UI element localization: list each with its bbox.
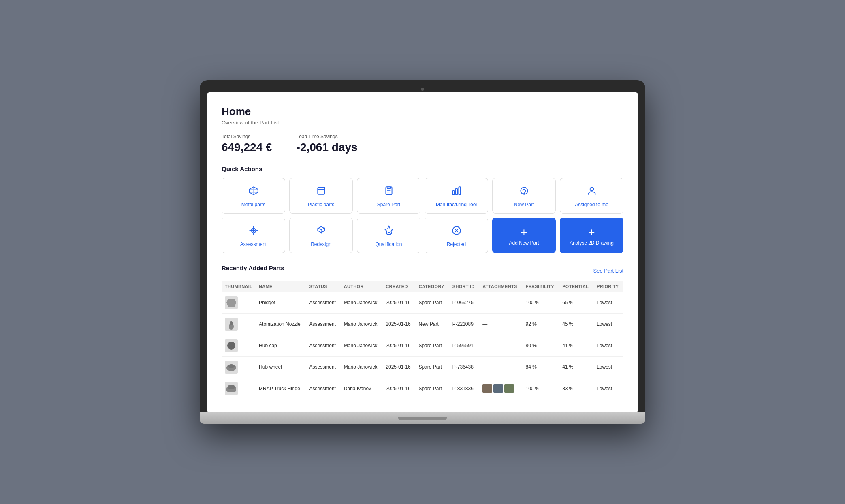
action-qualification[interactable]: Qualification	[357, 218, 420, 253]
svg-point-10	[590, 187, 593, 191]
svg-rect-5	[452, 191, 454, 195]
cell-category: Spare Part	[415, 357, 449, 378]
cell-feasibility: 84 %	[522, 357, 559, 378]
manufacturing-tool-icon	[451, 186, 462, 199]
cell-category: Spare Part	[415, 378, 449, 399]
cell-status: Assessment	[306, 378, 341, 399]
table-row[interactable]: Hub capAssessmentMario Janowick2025-01-1…	[222, 335, 623, 357]
spare-part-icon	[384, 186, 394, 199]
total-savings-block: Total Savings 649,224 €	[222, 134, 272, 154]
cell-short-id: P-831836	[449, 378, 479, 399]
rejected-icon	[451, 225, 462, 238]
col-thumbnail: THUMBNAIL	[222, 281, 256, 292]
lead-time-block: Lead Time Savings -2,061 days	[297, 134, 358, 154]
action-assessment[interactable]: Assessment	[222, 218, 285, 253]
recently-added-title: Recently Added Parts	[222, 265, 284, 271]
svg-rect-7	[459, 187, 460, 195]
quick-actions-row2: Assessment Redesign	[222, 218, 623, 253]
recently-added-header: Recently Added Parts See Part List	[222, 265, 623, 277]
cell-attachments: —	[479, 357, 522, 378]
svg-point-16	[230, 321, 233, 325]
action-spare-part[interactable]: Spare Part	[357, 178, 420, 214]
cell-name: MRAP Truck Hinge	[256, 378, 306, 399]
cell-status: Assessment	[306, 357, 341, 378]
cell-potential: 41 %	[559, 357, 593, 378]
add-new-part-button[interactable]: + Add New Part	[492, 218, 556, 253]
analyse-2d-label: Analyse 2D Drawing	[570, 240, 614, 246]
cell-status: Assessment	[306, 314, 341, 335]
table-row[interactable]: Hub wheelAssessmentMario Janowick2025-01…	[222, 357, 623, 378]
cell-feasibility: 80 %	[522, 335, 559, 357]
svg-point-12	[252, 230, 254, 231]
action-new-part[interactable]: New Part	[492, 178, 556, 214]
assessment-icon	[248, 225, 259, 238]
cell-priority: Lowest	[593, 335, 623, 357]
cell-feasibility: 100 %	[522, 378, 559, 399]
action-plastic-parts[interactable]: Plastic parts	[289, 178, 353, 214]
parts-table: THUMBNAIL NAME STATUS AUTHOR CREATED CAT…	[222, 281, 623, 399]
qualification-label: Qualification	[375, 241, 402, 247]
cell-priority: Lowest	[593, 378, 623, 399]
metal-parts-icon	[248, 186, 259, 199]
cell-feasibility: 92 %	[522, 314, 559, 335]
redesign-label: Redesign	[311, 241, 331, 247]
cell-attachments: —	[479, 292, 522, 314]
cell-potential: 65 %	[559, 292, 593, 314]
svg-point-9	[524, 193, 525, 194]
lead-time-label: Lead Time Savings	[297, 134, 358, 139]
action-manufacturing-tool[interactable]: Manufacturing Tool	[425, 178, 488, 214]
stats-row: Total Savings 649,224 € Lead Time Saving…	[222, 134, 623, 154]
svg-marker-14	[226, 299, 236, 307]
table-header-row: THUMBNAIL NAME STATUS AUTHOR CREATED CAT…	[222, 281, 623, 292]
cell-potential: 83 %	[559, 378, 593, 399]
table-row[interactable]: PhidgetAssessmentMario Janowick2025-01-1…	[222, 292, 623, 314]
see-part-list-link[interactable]: See Part List	[593, 268, 623, 274]
cell-created: 2025-01-16	[382, 335, 415, 357]
assigned-to-me-label: Assigned to me	[575, 202, 608, 207]
cell-author: Daria Ivanov	[341, 378, 382, 399]
action-rejected[interactable]: Rejected	[425, 218, 488, 253]
page-subtitle: Overview of the Part List	[222, 120, 623, 126]
cell-priority: Lowest	[593, 292, 623, 314]
cell-name: Hub cap	[256, 335, 306, 357]
cell-author: Mario Janowick	[341, 314, 382, 335]
total-savings-value: 649,224 €	[222, 141, 272, 154]
metal-parts-label: Metal parts	[241, 202, 265, 207]
svg-rect-0	[318, 187, 324, 194]
rejected-label: Rejected	[447, 241, 466, 247]
cell-thumbnail	[222, 357, 256, 378]
action-redesign[interactable]: Redesign	[289, 218, 353, 253]
cell-created: 2025-01-16	[382, 314, 415, 335]
col-category: CATEGORY	[415, 281, 449, 292]
cell-thumbnail	[222, 335, 256, 357]
qualification-icon	[384, 225, 394, 238]
action-assigned-to-me[interactable]: Assigned to me	[560, 178, 623, 214]
analyse-2d-drawing-button[interactable]: + Analyse 2D Drawing	[560, 218, 623, 253]
cell-status: Assessment	[306, 335, 341, 357]
cell-created: 2025-01-16	[382, 378, 415, 399]
col-short-id: SHORT ID	[449, 281, 479, 292]
add-new-part-plus-icon: +	[521, 226, 527, 238]
cell-short-id: P-069275	[449, 292, 479, 314]
add-new-part-label: Add New Part	[509, 240, 539, 246]
col-potential: POTENTIAL	[559, 281, 593, 292]
cell-attachments: —	[479, 335, 522, 357]
new-part-icon	[519, 186, 529, 199]
cell-priority: Lowest	[593, 314, 623, 335]
col-author: AUTHOR	[341, 281, 382, 292]
col-status: STATUS	[306, 281, 341, 292]
plastic-parts-label: Plastic parts	[308, 202, 334, 207]
cell-author: Mario Janowick	[341, 335, 382, 357]
cell-thumbnail	[222, 378, 256, 399]
table-row[interactable]: MRAP Truck HingeAssessmentDaria Ivanov20…	[222, 378, 623, 399]
col-created: CREATED	[382, 281, 415, 292]
svg-point-19	[228, 364, 235, 368]
cell-attachments	[479, 378, 522, 399]
cell-category: Spare Part	[415, 335, 449, 357]
cell-potential: 41 %	[559, 335, 593, 357]
table-row[interactable]: Atomization NozzleAssessmentMario Janowi…	[222, 314, 623, 335]
cell-short-id: P-736438	[449, 357, 479, 378]
spare-part-label: Spare Part	[377, 202, 400, 207]
action-metal-parts[interactable]: Metal parts	[222, 178, 285, 214]
cell-name: Hub wheel	[256, 357, 306, 378]
